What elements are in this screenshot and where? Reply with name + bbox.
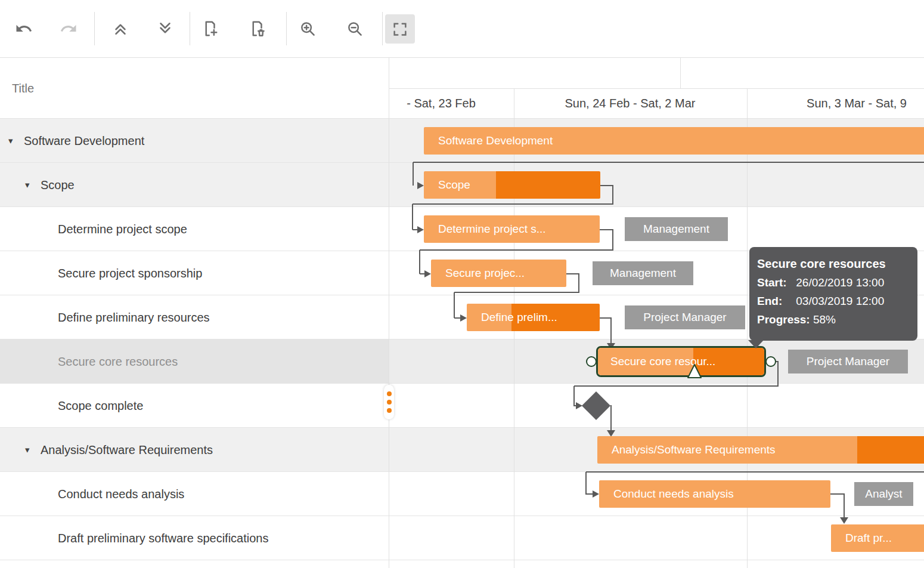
task-tooltip: Secure core resources Start: 26/02/2019 … bbox=[749, 247, 917, 341]
task-bar-label: Define prelim... bbox=[481, 304, 557, 331]
table-row[interactable]: Secure project sponsorship bbox=[0, 251, 389, 295]
zoom-in-button[interactable] bbox=[294, 16, 321, 42]
dependency-line bbox=[600, 185, 613, 186]
milestone-diamond[interactable] bbox=[582, 391, 610, 420]
tooltip-end-row: End: 03/03/2019 12:00 bbox=[757, 292, 910, 310]
task-bar-label: Draft pr... bbox=[845, 524, 892, 552]
tooltip-caret-icon bbox=[748, 340, 764, 348]
dependency-line bbox=[586, 471, 924, 473]
task-bar-label: Conduct needs analysis bbox=[613, 480, 734, 508]
title-column-header: Title bbox=[12, 58, 34, 119]
table-row[interactable]: ▾Analysis/Software Requirements bbox=[0, 428, 389, 472]
dependency-arrow-icon bbox=[424, 270, 431, 277]
undo-button[interactable] bbox=[11, 16, 37, 42]
collapse-arrow-icon[interactable]: ▾ bbox=[8, 119, 13, 163]
dependency-handle-right[interactable] bbox=[765, 356, 776, 367]
task-bar-label: Software Development bbox=[438, 127, 553, 155]
timeline-week-label: - Sat, 23 Feb bbox=[407, 88, 476, 119]
task-bar-label: Determine project s... bbox=[438, 215, 546, 243]
expand-all-icon bbox=[156, 20, 174, 38]
add-task-button[interactable] bbox=[197, 16, 223, 42]
collapse-all-icon bbox=[111, 20, 129, 38]
timeline-month-divider bbox=[680, 58, 681, 88]
table-row[interactable]: Define preliminary resources bbox=[0, 295, 389, 339]
tooltip-start-row: Start: 26/02/2019 13:00 bbox=[757, 273, 910, 292]
task-bar-label: Analysis/Software Requirements bbox=[612, 436, 776, 464]
table-header: Title bbox=[0, 58, 389, 119]
resource-label: Project Manager bbox=[788, 350, 908, 373]
resource-label: Project Manager bbox=[625, 305, 745, 329]
splitter-handle[interactable] bbox=[384, 385, 394, 419]
dependency-line bbox=[600, 317, 612, 319]
dependency-arrow-icon bbox=[417, 226, 424, 233]
toolbar bbox=[0, 0, 924, 58]
dependency-line bbox=[412, 204, 413, 230]
table-row[interactable]: ▾Software Development bbox=[0, 119, 389, 163]
task-title-cell: Analysis/Software Requirements bbox=[41, 428, 213, 472]
task-title-cell: Secure project sponsorship bbox=[58, 251, 202, 295]
task-progress-segment bbox=[857, 436, 924, 464]
dependency-line bbox=[578, 274, 579, 293]
dependency-line bbox=[413, 162, 414, 186]
collapse-arrow-icon[interactable]: ▾ bbox=[25, 163, 30, 207]
table-row[interactable]: Conduct needs analysis bbox=[0, 472, 389, 516]
collapse-all-button[interactable] bbox=[107, 16, 134, 42]
task-progress-segment bbox=[496, 171, 600, 199]
splitter-line bbox=[389, 58, 389, 568]
gantt-app: Title - Sat, 23 FebSun, 24 Feb - Sat, 2 … bbox=[0, 0, 924, 568]
dependency-line bbox=[566, 273, 579, 274]
add-task-icon bbox=[201, 20, 219, 38]
summary-task-bar[interactable]: Software Development bbox=[424, 127, 924, 155]
task-bar[interactable]: Determine project s... bbox=[424, 215, 600, 243]
zoom-out-button[interactable] bbox=[342, 16, 368, 42]
task-title-cell: Draft preliminary software specification… bbox=[58, 516, 268, 560]
table-row[interactable]: ▾Scope bbox=[0, 163, 389, 207]
task-bar[interactable]: Secure core resour... bbox=[596, 346, 766, 377]
dependency-line bbox=[844, 494, 845, 517]
task-bar[interactable]: Secure projec... bbox=[431, 260, 566, 287]
zoom-out-icon bbox=[346, 20, 364, 38]
table-row[interactable]: Scope complete bbox=[0, 384, 389, 428]
table-row[interactable]: Determine project scope bbox=[0, 207, 389, 251]
dependency-line bbox=[413, 162, 924, 163]
dependency-line bbox=[610, 406, 612, 430]
resource-label: Management bbox=[593, 261, 693, 285]
dependency-arrow-icon bbox=[593, 490, 599, 498]
table-row[interactable]: Secure core resources bbox=[0, 339, 389, 384]
undo-icon bbox=[15, 20, 33, 38]
table-row[interactable]: Draft preliminary software specification… bbox=[0, 516, 389, 560]
redo-button[interactable] bbox=[55, 16, 82, 42]
fullscreen-icon bbox=[391, 20, 409, 38]
summary-task-bar[interactable]: Scope bbox=[424, 171, 600, 199]
dependency-line bbox=[454, 292, 455, 318]
task-bar[interactable]: Draft pr... bbox=[831, 524, 924, 552]
task-title-cell: Define preliminary resources bbox=[58, 295, 210, 339]
task-bar-label: Secure projec... bbox=[445, 260, 525, 287]
expand-all-button[interactable] bbox=[152, 16, 178, 42]
task-title-cell: Scope bbox=[41, 163, 75, 207]
progress-handle[interactable] bbox=[686, 362, 703, 380]
dependency-handle-left[interactable] bbox=[586, 356, 597, 367]
collapse-arrow-icon[interactable]: ▾ bbox=[25, 428, 30, 472]
delete-task-icon bbox=[248, 20, 266, 38]
resource-label: Management bbox=[625, 217, 728, 241]
dependency-arrow-icon bbox=[460, 314, 467, 322]
toolbar-separator bbox=[286, 12, 287, 45]
summary-task-bar[interactable]: Analysis/Software Requirements bbox=[597, 436, 924, 464]
dependency-arrow-icon bbox=[840, 517, 848, 524]
dependency-line bbox=[420, 249, 613, 251]
delete-task-button[interactable] bbox=[244, 16, 270, 42]
redo-icon bbox=[60, 20, 77, 38]
toolbar-separator bbox=[382, 12, 383, 45]
task-title-cell: Software Development bbox=[24, 119, 144, 163]
task-bar[interactable]: Define prelim... bbox=[467, 304, 600, 331]
dependency-line bbox=[777, 362, 779, 387]
dependency-line bbox=[830, 493, 845, 495]
dependency-line bbox=[573, 386, 575, 406]
task-title-cell: Secure core resources bbox=[58, 339, 178, 384]
dependency-arrow-icon bbox=[417, 182, 424, 189]
fullscreen-button[interactable] bbox=[385, 14, 415, 44]
task-bar[interactable]: Conduct needs analysis bbox=[599, 480, 830, 508]
tooltip-title: Secure core resources bbox=[757, 254, 910, 273]
dependency-line bbox=[574, 385, 779, 387]
